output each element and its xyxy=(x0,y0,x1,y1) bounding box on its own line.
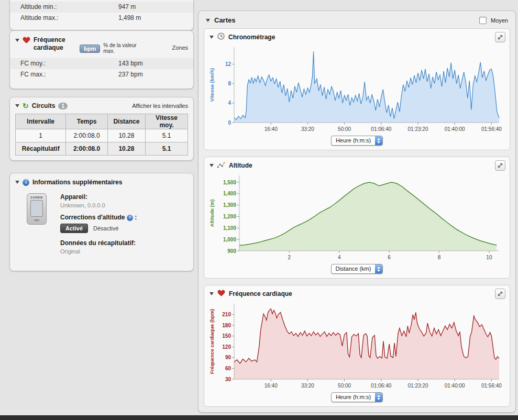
svg-text:2: 2 xyxy=(288,255,291,260)
svg-text:900: 900 xyxy=(227,248,236,254)
table-cell: 2:00:08.0 xyxy=(66,129,107,142)
svg-text:Fréquence cardiaque (bpm): Fréquence cardiaque (bpm) xyxy=(209,309,215,374)
row-label: Altitude min.: xyxy=(20,2,118,13)
enabled-button[interactable]: Activé xyxy=(60,224,88,233)
svg-text:01:40:00: 01:40:00 xyxy=(444,383,465,389)
svg-text:0: 0 xyxy=(228,120,231,126)
table-cell: Récapitulatif xyxy=(16,142,66,156)
table-row-summary: Récapitulatif 2:00:08.0 10.28 5.1 xyxy=(16,142,188,156)
lap-count-badge: 1 xyxy=(58,103,68,109)
summary-data-label: Données du récapitulatif: xyxy=(60,239,137,247)
activity-page: Altitude min.: 947 m Altitude max.: 1,49… xyxy=(0,0,518,420)
device-button xyxy=(34,219,39,221)
x-axis-select-value: Distance (km) xyxy=(332,264,376,273)
svg-text:210: 210 xyxy=(222,312,231,317)
disclosure-triangle-icon[interactable] xyxy=(210,292,214,295)
svg-text:01:06:40: 01:06:40 xyxy=(371,126,391,132)
chart-title: Chronométrage xyxy=(228,34,275,41)
disclosure-triangle-icon[interactable] xyxy=(210,36,214,39)
svg-text:90: 90 xyxy=(225,355,231,360)
expand-icon[interactable] xyxy=(495,160,505,171)
laps-loop-icon: ↻ xyxy=(23,103,29,109)
svg-text:6: 6 xyxy=(388,255,391,260)
svg-text:50:00: 50:00 xyxy=(338,126,351,132)
heart-rate-chart[interactable]: 30609012015018021016:4033:2050:0001:06:4… xyxy=(208,300,506,393)
charts-section-title: Cartes xyxy=(214,16,235,24)
x-axis-select-value: Heure (h:m:s) xyxy=(332,136,375,145)
expand-icon[interactable] xyxy=(495,289,505,299)
laps-table: Intervalle Temps Distance Vitesse moy. 1… xyxy=(15,114,188,156)
stepper-icon xyxy=(375,136,382,145)
disclosure-triangle-icon[interactable] xyxy=(210,164,214,167)
svg-text:60: 60 xyxy=(225,366,231,371)
stepper-icon xyxy=(375,264,382,273)
disclosure-triangle-icon[interactable] xyxy=(15,39,19,42)
x-axis-select-value: Heure (h:m:s) xyxy=(332,393,375,402)
svg-text:01:56:40: 01:56:40 xyxy=(481,126,501,132)
device-brand-label: GARMIN xyxy=(27,196,46,199)
svg-text:1,500: 1,500 xyxy=(223,180,236,185)
charts-container: Cartes Moyen Chronométrage 0481216:4033:… xyxy=(198,10,516,413)
table-cell: 5.1 xyxy=(145,129,188,142)
svg-text:01:56:40: 01:56:40 xyxy=(481,383,501,389)
device-icon: GARMIN xyxy=(27,193,47,225)
chart-title: Altitude xyxy=(229,162,252,169)
table-cell: 10.28 xyxy=(107,142,145,156)
svg-text:1,200: 1,200 xyxy=(223,214,236,219)
column-header: Distance xyxy=(107,114,145,129)
speed-chart[interactable]: 0481216:4033:2050:0001:06:4001:23:2001:4… xyxy=(208,43,506,136)
help-icon[interactable]: ? xyxy=(127,215,133,221)
expand-icon[interactable] xyxy=(495,32,505,42)
panel-title: Informations supplémentaires xyxy=(32,179,122,186)
row-value: 947 m xyxy=(118,2,193,13)
colon-text: : xyxy=(135,214,137,221)
column-header: Vitesse moy. xyxy=(145,114,188,129)
heart-rate-summary-panel: Fréquence cardiaque bpm % de la valeur m… xyxy=(9,30,194,89)
average-checkbox-label: Moyen xyxy=(491,17,508,24)
svg-text:150: 150 xyxy=(222,333,231,339)
elevation-corrections-label: Corrections d'altitude ? : xyxy=(60,214,137,221)
percent-max-toggle[interactable]: % de la valeur max. xyxy=(103,42,138,54)
average-checkbox[interactable] xyxy=(479,17,487,24)
zones-toggle[interactable]: Zones xyxy=(172,45,188,51)
timing-chart-panel: Chronométrage 0481216:4033:2050:0001:06:… xyxy=(204,28,510,150)
panel-title: Circuits xyxy=(32,102,56,109)
x-axis-select[interactable]: Distance (km) xyxy=(331,264,383,274)
svg-text:10: 10 xyxy=(486,255,492,260)
bpm-toggle-button[interactable]: bpm xyxy=(80,45,100,53)
table-cell: 2:00:08.0 xyxy=(66,142,107,156)
disclosure-triangle-icon[interactable] xyxy=(15,104,19,107)
heart-icon xyxy=(217,289,225,299)
disabled-option[interactable]: Désactivé xyxy=(93,225,118,231)
info-icon: i xyxy=(23,179,29,186)
altitude-chart[interactable]: 9001,0001,1001,2001,3001,4001,500246810A… xyxy=(208,171,506,264)
row-label: Altitude max.: xyxy=(20,13,118,24)
hr-row: FC max.: 237 bpm xyxy=(10,69,193,80)
stepper-icon xyxy=(375,393,382,402)
svg-text:1,400: 1,400 xyxy=(223,191,236,196)
row-value: 143 bpm xyxy=(118,58,193,69)
laps-panel: ↻ Circuits 1 Afficher les intervalles In… xyxy=(9,97,194,161)
svg-text:01:40:00: 01:40:00 xyxy=(444,126,465,132)
svg-text:4: 4 xyxy=(228,100,231,106)
summary-row: Altitude max.: 1,498 m xyxy=(10,13,193,24)
svg-text:01:06:40: 01:06:40 xyxy=(371,383,391,389)
disclosure-triangle-icon[interactable] xyxy=(206,19,210,22)
svg-text:120: 120 xyxy=(222,344,231,350)
svg-text:8: 8 xyxy=(437,255,440,260)
row-label: FC max.: xyxy=(20,69,118,80)
x-axis-select[interactable]: Heure (h:m:s) xyxy=(331,136,383,146)
page-footer-bar xyxy=(0,415,518,420)
x-axis-select[interactable]: Heure (h:m:s) xyxy=(331,392,383,402)
altitude-chart-panel: Altitude 9001,0001,1001,2001,3001,4001,5… xyxy=(204,157,510,279)
show-intervals-link[interactable]: Afficher les intervalles xyxy=(132,103,188,109)
svg-text:8: 8 xyxy=(228,81,231,86)
svg-text:01:23:20: 01:23:20 xyxy=(407,126,428,132)
altitude-chart-icon xyxy=(217,161,225,170)
elevation-label-text: Corrections d'altitude xyxy=(60,214,125,221)
altitude-summary-panel: Altitude min.: 947 m Altitude max.: 1,49… xyxy=(9,0,194,30)
svg-text:4: 4 xyxy=(337,255,340,260)
svg-text:30: 30 xyxy=(225,377,231,382)
svg-text:01:23:20: 01:23:20 xyxy=(407,383,428,389)
disclosure-triangle-icon[interactable] xyxy=(15,181,19,184)
